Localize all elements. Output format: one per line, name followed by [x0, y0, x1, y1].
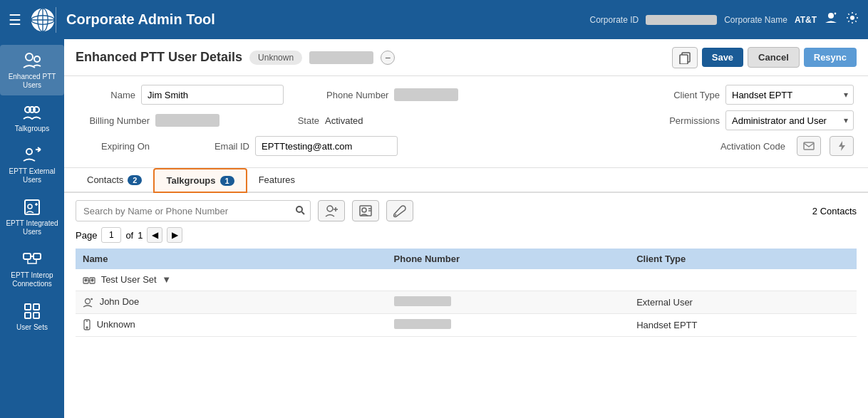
svg-rect-15 [24, 254, 31, 259]
search-toolbar: 2 Contacts [76, 200, 857, 221]
svg-rect-17 [25, 304, 31, 310]
tab-features[interactable]: Features [247, 169, 306, 192]
billing-field: Billing Number [78, 114, 219, 127]
form-row-3: Expiring On Email ID Activation Code [78, 136, 854, 156]
page-input[interactable] [101, 227, 121, 243]
permissions-field: Permissions Administrator and User [659, 110, 854, 130]
sidebar: Enhanced PTTUsers Talkgroups EPTT Extern… [0, 39, 64, 418]
handset-icon [83, 319, 94, 330]
eptt-interop-icon [22, 249, 42, 269]
row-2-phone [387, 291, 630, 313]
settings-icon[interactable] [845, 11, 859, 28]
next-page-button[interactable]: ▶ [167, 227, 182, 243]
tab-contacts-badge: 2 [128, 175, 142, 185]
client-type-select[interactable]: Handset EPTT [725, 85, 854, 105]
sidebar-item-eptt-interop[interactable]: EPTT InteropConnections [0, 244, 64, 294]
enhanced-ptt-users-icon [22, 51, 42, 70]
corp-name-value: AT&T [795, 15, 817, 25]
svg-rect-19 [25, 313, 31, 318]
svg-point-40 [86, 298, 91, 303]
svg-rect-18 [33, 304, 39, 310]
manage-contacts-button[interactable] [352, 200, 379, 221]
remove-button[interactable]: − [381, 51, 395, 65]
copy-icon-button[interactable] [672, 47, 698, 68]
phone-field: Phone Number [326, 88, 458, 101]
page-label: Page [76, 230, 97, 241]
email-label: Email ID [192, 141, 249, 152]
table-row: John Doe External User [76, 291, 857, 313]
email-activation-button[interactable] [797, 136, 821, 156]
svg-point-38 [85, 279, 87, 281]
name-input[interactable] [141, 85, 284, 105]
user-sets-icon [22, 301, 42, 321]
search-button[interactable] [291, 202, 309, 220]
search-input[interactable] [76, 200, 311, 221]
sidebar-item-talkgroups[interactable]: Talkgroups [0, 97, 64, 138]
row-1-client-type [629, 269, 857, 291]
app-title: Corporate Admin Tool [66, 11, 589, 28]
row-2-name-text: John Doe [100, 296, 140, 307]
row-1-dropdown-arrow[interactable]: ▼ [162, 274, 171, 285]
main-layout: Enhanced PTTUsers Talkgroups EPTT Extern… [0, 39, 868, 418]
sidebar-item-user-sets[interactable]: User Sets [0, 296, 64, 337]
svg-point-5 [828, 13, 834, 19]
svg-point-30 [362, 208, 366, 212]
sidebar-label-talkgroups: Talkgroups [15, 125, 49, 132]
row-2-phone-blurred [394, 296, 451, 306]
row-2-client-type: External User [629, 291, 857, 313]
svg-point-8 [34, 56, 40, 62]
external-user-icon [83, 296, 97, 307]
permissions-label: Permissions [659, 115, 720, 126]
svg-line-33 [395, 214, 396, 216]
client-type-label: Client Type [659, 90, 720, 100]
svg-point-43 [86, 327, 88, 328]
svg-point-6 [850, 16, 854, 20]
client-type-field: Client Type Handset EPTT [659, 85, 854, 105]
user-profile-icon[interactable] [824, 11, 838, 28]
svg-point-7 [26, 53, 33, 61]
save-button[interactable]: Save [702, 48, 743, 67]
hamburger-menu[interactable]: ☰ [9, 11, 21, 28]
permissions-select[interactable]: Administrator and User [725, 110, 854, 130]
table-row: Test User Set ▼ [76, 269, 857, 291]
flash-activation-button[interactable] [830, 136, 854, 156]
eptt-integrated-users-icon [22, 197, 42, 217]
svg-rect-20 [33, 313, 39, 318]
prev-page-button[interactable]: ◀ [147, 227, 162, 243]
row-3-phone [387, 313, 630, 336]
row-1-phone [387, 269, 630, 291]
tab-talkgroups-label: Talkgroups [166, 175, 215, 186]
svg-point-12 [26, 149, 32, 155]
tools-button[interactable] [386, 200, 413, 221]
tab-contacts[interactable]: Contacts 2 [76, 169, 153, 192]
sidebar-label-eptt-integrated-users: EPTT IntegratedUsers [6, 219, 58, 236]
pagination: Page of 1 ◀ ▶ [76, 227, 857, 243]
sidebar-label-eptt-external-users: EPTT ExternalUsers [9, 167, 56, 184]
row-3-name: Unknown [76, 313, 387, 336]
svg-rect-23 [804, 142, 814, 150]
form-row-2: Billing Number State Activated Permissio… [78, 110, 854, 130]
permissions-select-wrapper: Administrator and User [725, 110, 854, 130]
expiring-field: Expiring On [78, 141, 150, 152]
contacts-table: Name Phone Number Client Type [76, 249, 857, 337]
row-2-name: John Doe [76, 291, 387, 313]
table-header-row: Name Phone Number Client Type [76, 249, 857, 269]
sidebar-item-enhanced-ptt-users[interactable]: Enhanced PTTUsers [0, 45, 64, 95]
sidebar-label-user-sets: User Sets [16, 323, 48, 331]
content-area: Enhanced PTT User Details Unknown − Save… [64, 39, 868, 418]
sidebar-item-eptt-external-users[interactable]: EPTT ExternalUsers [0, 140, 64, 190]
state-label: State [262, 115, 319, 126]
state-field: State Activated [262, 115, 363, 126]
tab-features-label: Features [259, 174, 295, 185]
contacts-count: 2 Contacts [812, 206, 857, 216]
sidebar-item-eptt-integrated-users[interactable]: EPTT IntegratedUsers [0, 192, 64, 242]
col-client-type: Client Type [629, 249, 857, 269]
status-badge: Unknown [249, 51, 302, 65]
resync-button[interactable]: Resync [804, 48, 857, 67]
cancel-button[interactable]: Cancel [748, 47, 800, 68]
add-contact-button[interactable] [318, 200, 345, 221]
tab-talkgroups[interactable]: Talkgroups 1 [153, 168, 247, 193]
client-type-select-wrapper: Handset EPTT [725, 85, 854, 105]
email-input[interactable] [255, 136, 398, 156]
of-label: of [125, 230, 133, 241]
